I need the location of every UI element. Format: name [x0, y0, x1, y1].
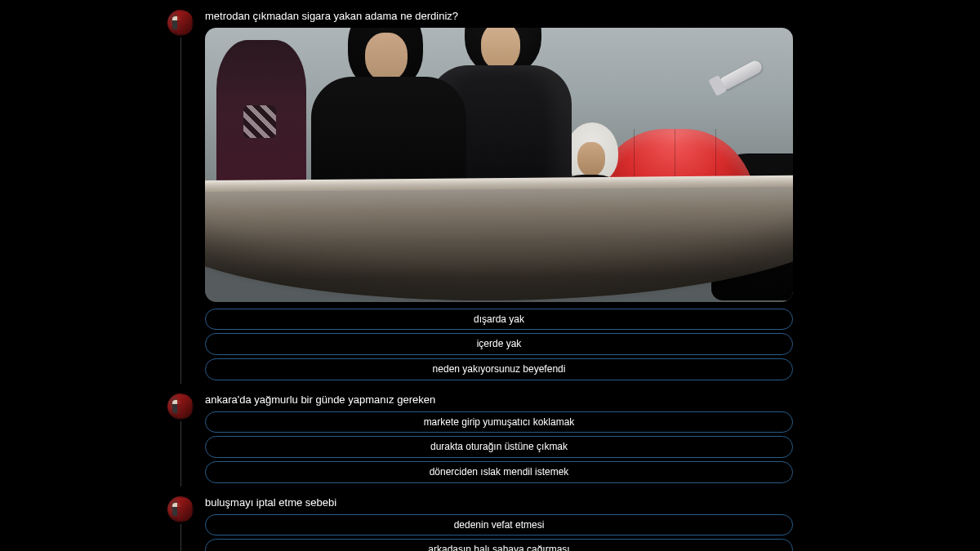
poll-option[interactable]: içerde yak — [205, 333, 793, 355]
poll-option[interactable]: dedenin vefat etmesi — [205, 514, 793, 536]
post-gutter — [167, 496, 194, 551]
post-content: buluşmayı iptal etme sebebi dedenin vefa… — [205, 496, 793, 551]
avatar[interactable] — [167, 393, 194, 420]
thread-line — [180, 524, 181, 551]
thread-line — [180, 38, 181, 384]
poll-option[interactable]: arkadaşın halı sahaya çağırması — [205, 539, 793, 551]
post: metrodan çıkmadan sigara yakan adama ne … — [167, 10, 980, 384]
feed: metrodan çıkmadan sigara yakan adama ne … — [0, 0, 980, 551]
post-gutter — [167, 393, 194, 487]
post-content: metrodan çıkmadan sigara yakan adama ne … — [205, 10, 793, 384]
avatar[interactable] — [167, 10, 194, 36]
poll-option[interactable]: markete girip yumuşatıcı koklamak — [205, 411, 793, 433]
post-image[interactable] — [205, 28, 793, 302]
poll-option[interactable]: neden yakıyorsunuz beyefendi — [205, 358, 793, 380]
cctv-camera-icon — [718, 59, 764, 91]
post-title[interactable]: ankara'da yağmurlu bir günde yapmanız ge… — [205, 393, 793, 407]
poll-option[interactable]: dönerciden ıslak mendil istemek — [205, 461, 793, 483]
post-title[interactable]: metrodan çıkmadan sigara yakan adama ne … — [205, 10, 793, 23]
post-title[interactable]: buluşmayı iptal etme sebebi — [205, 496, 793, 509]
poll-option[interactable]: dışarda yak — [205, 309, 793, 331]
thread-line — [180, 421, 181, 487]
post: ankara'da yağmurlu bir günde yapmanız ge… — [167, 393, 980, 487]
post: buluşmayı iptal etme sebebi dedenin vefa… — [167, 496, 980, 551]
avatar[interactable] — [167, 496, 194, 522]
post-content: ankara'da yağmurlu bir günde yapmanız ge… — [205, 393, 793, 487]
post-gutter — [167, 10, 194, 384]
poll-option[interactable]: durakta oturağın üstüne çıkmak — [205, 436, 793, 458]
